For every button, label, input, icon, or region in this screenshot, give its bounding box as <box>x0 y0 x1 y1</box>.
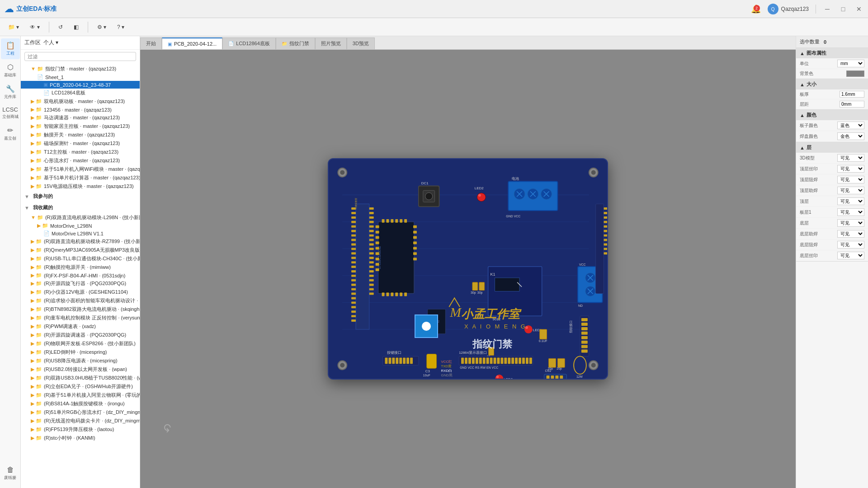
tree-item-r-l298n[interactable]: ▼ 📁 (R)双路直流电机驱动模块-L298N · (技小新团队) <box>21 213 140 222</box>
tree-item-r-smart2motor[interactable]: ▶ 📁 (R)追求较小面积的智能车双电机驱动设计 · (moximox...) <box>21 296 140 305</box>
tree-item-r-usbpwr[interactable]: ▶ 📁 (R)USB降压电源表 · (micespring) <box>21 357 140 365</box>
canvas-area[interactable]: 口袋实验室 <box>140 50 796 488</box>
trash-icon: 🗑 <box>7 466 14 474</box>
toolbar-file[interactable]: 📁 ▾ <box>5 22 23 32</box>
tree-label: (R)LED倒时钟 · (micespring) <box>44 349 107 356</box>
tab-fingerprint-icon: 📁 <box>282 41 287 46</box>
tree-item-r-reducer[interactable]: ▶ 📁 (R)开源四旋调速器 · (PQG2030PQG) <box>21 331 140 339</box>
select-top-mask[interactable]: 可见 隐藏 <box>837 176 864 183</box>
select-3d-model[interactable]: 可见 隐藏 <box>837 154 864 162</box>
tree-item-r-51iot[interactable]: ▶ 📁 (R)基于51单片机接入阿里云物联网 · (零玩的团队) <box>21 391 140 399</box>
select-board-color[interactable]: 蓝色 绿色 红色 <box>837 122 864 129</box>
select-bot-mask[interactable]: 可见 隐藏 <box>837 241 864 249</box>
section-label-board: 图布属性 <box>807 50 826 56</box>
tab-photo[interactable]: 照片预览 <box>315 38 347 49</box>
tree-item-folder-stepper[interactable]: ▶ 📁 马达调速器 · master · (qazqaz123) <box>21 113 140 122</box>
section-title-board-props[interactable]: ▲ 图布属性 <box>796 48 868 58</box>
tree-item-r-led[interactable]: ▶ 📁 (R)LED倒时钟 · (micespring) <box>21 348 140 357</box>
tab-fingerprint[interactable]: 📁 指纹门禁 <box>276 38 315 49</box>
tree-item-r-btn982[interactable]: ▶ 📁 (R)BTN8982双路大电流电机驱动 · (skqinghuan) <box>21 305 140 314</box>
personal-dropdown[interactable]: 个人 ▾ <box>43 39 58 47</box>
tree-item-folder-15v[interactable]: ▶ 📁 15V电源稳压模块 · master · (qazqaz123) <box>21 182 140 191</box>
tree-label: 基于51单片机计算器 · master · (qazqaz123) <box>44 174 140 181</box>
toolbar-help[interactable]: ? ▾ <box>113 22 128 32</box>
rail-item-components[interactable]: ⬡ 基础库 <box>1 60 20 81</box>
toolbar-history[interactable]: ↺ <box>55 22 66 32</box>
tree-label: T12主控板 · master · (qazqaz123) <box>44 149 118 155</box>
bgcolor-swatch[interactable] <box>846 70 864 77</box>
tree-item-r-rgb[interactable]: ▶ 📁 (R)51单片RGB心形流水灯 · (dz_DIY_mingming) <box>21 408 140 417</box>
minimize-button[interactable]: ─ <box>823 5 832 14</box>
tree-item-my-collected[interactable]: ▼ 我收藏的 <box>21 202 140 213</box>
svg-rect-160 <box>557 358 565 367</box>
tree-item-my-joined[interactable]: ▼ 我参与的 <box>21 191 140 202</box>
tree-item-r-fxhmi[interactable]: ▶ 📁 (R)FX-PSF-B04-AF-HMI · (0531sdjn) <box>21 272 140 279</box>
tab-pcb[interactable]: ▣ PCB_2020-04-12... <box>162 38 222 49</box>
tree-item-r-fp5139[interactable]: ▶ 📁 (R)FP5139升降压模块 · (laotou) <box>21 425 140 434</box>
tree-item-folder-t12[interactable]: ▶ 📁 T12主控板 · master · (qazqaz123) <box>21 148 140 156</box>
rail-item-design[interactable]: ✏ 嘉立创 <box>1 123 20 144</box>
tree-item-r-eda[interactable]: ▶ 📁 (R)立创EDA兄子 · (OSHWHub开源硬件) <box>21 382 140 391</box>
section-title-size[interactable]: ▲ 大小 <box>796 79 868 89</box>
tree-label: (R)物联网开发板-ESP8266 · (技小新团队) <box>44 340 136 347</box>
toolbar-layers[interactable]: ◧ <box>70 22 82 32</box>
select-bot-paste[interactable]: 可见 隐藏 <box>837 230 864 238</box>
input-gap[interactable] <box>840 101 864 108</box>
svg-rect-126 <box>604 221 607 223</box>
rail-item-parts[interactable]: 🔧 元件库 <box>1 82 20 103</box>
tree-item-folder-heart[interactable]: ▶ 📁 心形流水灯 · master · (qazqaz123) <box>21 156 140 165</box>
tree-item-folder-51calc[interactable]: ▶ 📁 基于51单片机计算器 · master · (qazqaz123) <box>21 174 140 182</box>
input-thickness[interactable] <box>840 91 864 98</box>
tree-item-r-jqmery[interactable]: ▶ 📁 (R)QmeryMP3JAC6905A无损极MP3改良版 · (Qmer… <box>21 246 140 254</box>
tree-item-lcd-board[interactable]: 📄 LCD12864底板 <box>21 89 140 97</box>
select-bottom[interactable]: 可见 隐藏 <box>837 219 864 227</box>
select-top-paste[interactable]: 可见 隐藏 <box>837 187 864 194</box>
tree-item-r-motordrive-v1[interactable]: 📄 MotorDrive L298N V1.1 <box>21 230 140 237</box>
select-pad-color[interactable]: 金色 银色 <box>837 132 864 140</box>
select-bot-silk[interactable]: 可见 隐藏 <box>837 252 864 259</box>
tree-item-r-motordrive[interactable]: ▶ 📁 MotorDrive_L298N <box>21 222 140 230</box>
tree-item-folder-fingerprint[interactable]: ▼ 📁 指纹门禁 · master · (qazqaz123) <box>21 65 140 73</box>
tree-item-r-bs814a[interactable]: ▶ 📁 (R)BS814A-1触摸按键模块 · (irongu) <box>21 399 140 408</box>
close-button[interactable]: ✕ <box>854 5 863 14</box>
tab-lcd[interactable]: 📄 LCD12864底板 <box>222 38 276 49</box>
tree-item-pcb-selected[interactable]: ▣ PCB_2020-04-12_23-48-37 <box>21 81 140 89</box>
tree-item-r-esp8266[interactable]: ▶ 📁 (R)物联网开发板-ESP8266 · (技小新团队) <box>21 339 140 348</box>
section-title-layers[interactable]: ▲ 层 <box>796 142 868 153</box>
tree-item-folder-touch[interactable]: ▶ 📁 触摸开关 · master · (qazqaz123) <box>21 131 140 139</box>
rail-item-trash[interactable]: 🗑 废纸篓 <box>1 463 20 483</box>
tree-item-r-rtc[interactable]: ▶ 📁 (R)stc小时钟 · (KANMI) <box>21 434 140 442</box>
section-board-props: ▲ 图布属性 单位 mm mil 背景色 <box>796 48 868 79</box>
rail-item-store[interactable]: LCSC 立创商城 <box>1 103 20 122</box>
tree-item-folder-123456[interactable]: ▶ 📁 123456 · master · (qazqaz123) <box>21 106 140 113</box>
maximize-button[interactable]: □ <box>839 5 848 14</box>
tree-item-r-quadcopter[interactable]: ▶ 📁 (R)开源四旋飞行器 · (PQG2030PQG) <box>21 279 140 288</box>
section-title-color[interactable]: ▲ 颜色 <box>796 110 868 120</box>
select-unit[interactable]: mm mil <box>837 60 864 67</box>
tree-item-r-touchpwr[interactable]: ▶ 📁 (R)触摸控电源开关 · (mimiww) <box>21 263 140 272</box>
tree-item-folder-motor[interactable]: ▶ 📁 双电机驱动板 · master · (qazqaz123) <box>21 97 140 106</box>
select-top-layer[interactable]: 可见 隐藏 <box>837 197 864 205</box>
tree-item-r-usbtll[interactable]: ▶ 📁 (R)USB-TLL串口通信模块-CH340C · (技小新团队) <box>21 254 140 263</box>
tab-start[interactable]: 开始 <box>140 38 162 49</box>
tree-item-sheet1[interactable]: 📄 Sheet_1 <box>21 73 140 81</box>
tree-item-r-omery[interactable]: ▶ 📁 (R)双路直流电机驱动模块-RZ7899 · (技小新团队) <box>21 237 140 246</box>
rail-item-project[interactable]: 📋 工程 <box>1 38 20 59</box>
tree-item-folder-smart[interactable]: ▶ 📁 智能家居主控板 · master · (qazqaz123) <box>21 122 140 131</box>
tree-item-r-pwm[interactable]: ▶ 📁 (R)PWM调速表 · (xadz) <box>21 322 140 331</box>
tree-item-r-wireless[interactable]: ▶ 📁 (R)无线遥控电码拨尖卡片 · (dz_DIY_mingming) <box>21 417 140 425</box>
tree-item-r-toy-car[interactable]: ▶ 📁 (R)童车电机控制模块 正反转控制 · (verysunshine) <box>21 314 140 322</box>
toolbar-view[interactable]: 👁 ▾ <box>26 22 43 32</box>
select-top-silk[interactable]: 可见 隐藏 <box>837 165 864 173</box>
tree-item-folder-51wifi[interactable]: ▶ 📁 基于51单片机入网WiFi模块 · master · (qazqaz12… <box>21 165 140 174</box>
tree-item-r-12v[interactable]: ▶ 📁 (R)小仪器12V电源 · (GESHENG1104) <box>21 288 140 296</box>
filter-input[interactable] <box>24 52 136 61</box>
tab-3d[interactable]: 3D预览 <box>347 38 375 49</box>
tree-item-r-usb20[interactable]: ▶ 📁 (R)USB2.0转接以太网开发板 · (wpan) <box>21 365 140 374</box>
toolbar-settings[interactable]: ⚙ ▾ <box>94 22 110 32</box>
tree-item-folder-mag[interactable]: ▶ 📁 磁场探测针 · master · (qazqaz123) <box>21 139 140 148</box>
select-layer1[interactable]: 可见 隐藏 <box>837 208 864 216</box>
svg-rect-29 <box>351 261 356 263</box>
tree-label: (R)USB2.0转接以太网开发板 · (wpan) <box>44 366 127 373</box>
tree-item-r-usb3hub[interactable]: ▶ 📁 (R)双路USB3.0HUB植于TUSB8020性能 · (wpan) <box>21 374 140 382</box>
